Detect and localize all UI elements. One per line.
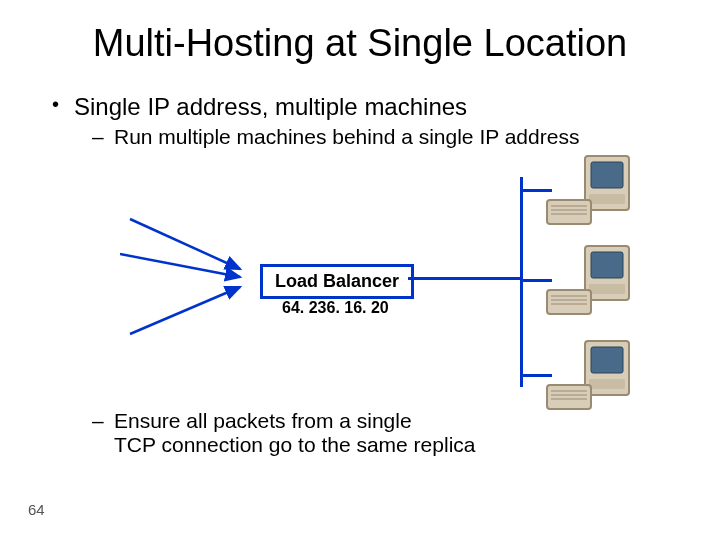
svg-rect-18: [591, 347, 623, 373]
bus-line: [520, 177, 523, 387]
bullet-level2-b: Ensure all packets from a single TCP con…: [92, 409, 720, 457]
svg-line-0: [130, 219, 240, 269]
slide-number: 64: [28, 501, 45, 518]
bullet-level2-a: Run multiple machines behind a single IP…: [92, 125, 720, 149]
svg-line-1: [120, 254, 240, 277]
bullet-l2b-line1: Ensure all packets from a single: [114, 409, 412, 432]
svg-line-2: [130, 287, 240, 334]
computer-icon: [545, 339, 635, 419]
svg-rect-6: [547, 200, 591, 224]
bullet-level1: Single IP address, multiple machines: [52, 93, 720, 121]
svg-rect-11: [591, 252, 623, 278]
bullet-l2b-line2: TCP connection go to the same replica: [114, 433, 475, 456]
slide-title: Multi-Hosting at Single Location: [0, 0, 720, 65]
diagram-area: Load Balancer 64. 236. 16. 20: [0, 149, 720, 409]
link-line: [408, 277, 520, 280]
incoming-arrows: [120, 209, 280, 349]
computer-icon: [545, 154, 635, 234]
computer-icon: [545, 244, 635, 324]
svg-rect-12: [589, 284, 625, 294]
svg-rect-13: [547, 290, 591, 314]
svg-rect-19: [589, 379, 625, 389]
ip-address-label: 64. 236. 16. 20: [282, 299, 389, 317]
svg-rect-5: [589, 194, 625, 204]
svg-rect-20: [547, 385, 591, 409]
load-balancer-box: Load Balancer: [260, 264, 414, 299]
svg-rect-4: [591, 162, 623, 188]
